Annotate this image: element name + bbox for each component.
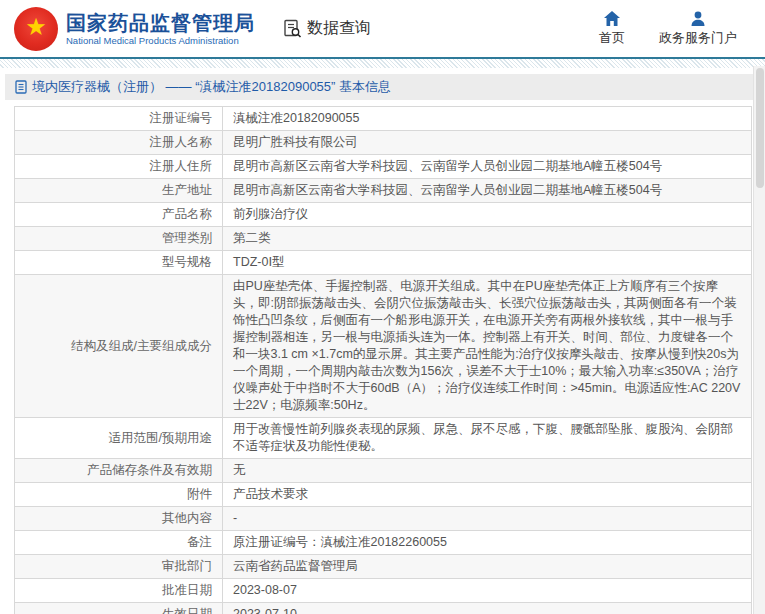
- row-label: 附件: [15, 483, 223, 507]
- table-row: 注册人住所昆明市高新区云南省大学科技园、云南留学人员创业园二期基地A幢五楼504…: [15, 155, 752, 179]
- row-value: 滇械注准20182090055: [223, 107, 752, 131]
- row-value: 昆明市高新区云南省大学科技园、云南留学人员创业园二期基地A幢五楼504号: [223, 179, 752, 203]
- row-label: 注册人名称: [15, 131, 223, 155]
- star-icon: ★: [25, 15, 47, 39]
- row-label: 其他内容: [15, 507, 223, 531]
- table-row: 注册证编号滇械注准20182090055: [15, 107, 752, 131]
- nav-item-gov-portal[interactable]: 政务服务门户: [659, 11, 737, 47]
- row-label: 型号规格: [15, 251, 223, 275]
- nav-portal-label: 政务服务门户: [659, 29, 737, 47]
- row-value: -: [223, 507, 752, 531]
- table-row: 注册人名称昆明广胜科技有限公司: [15, 131, 752, 155]
- registration-info-table: 注册证编号滇械注准20182090055注册人名称昆明广胜科技有限公司注册人住所…: [14, 106, 752, 614]
- row-value: 由PU座垫壳体、手握控制器、电源开关组成。其中在PU座垫壳体正上方顺序有三个按摩…: [223, 275, 752, 418]
- row-label: 注册证编号: [15, 107, 223, 131]
- table-row: 产品储存条件及有效期无: [15, 459, 752, 483]
- scrollbar[interactable]: [753, 66, 765, 614]
- row-value: 2023-08-07: [223, 579, 752, 603]
- header-nav: 首页 政务服务门户: [599, 11, 765, 47]
- row-value: 昆明广胜科技有限公司: [223, 131, 752, 155]
- row-label: 生产地址: [15, 179, 223, 203]
- table-row: 其他内容-: [15, 507, 752, 531]
- table-row: 附件产品技术要求: [15, 483, 752, 507]
- doc-search-icon: [283, 19, 302, 38]
- breadcrumb: 境内医疗器械（注册） —— “滇械注准20182090055” 基本信息: [5, 74, 760, 100]
- table-row: 型号规格TDZ-0Ⅰ型: [15, 251, 752, 275]
- header: ★ 国家药品监督管理局 National Medical Products Ad…: [0, 0, 765, 57]
- table-row: 生效日期2023-07-10: [15, 603, 752, 614]
- user-icon: [690, 11, 706, 26]
- row-value: 2023-07-10: [223, 603, 752, 614]
- row-label: 生效日期: [15, 603, 223, 614]
- table-row: 审批部门云南省药品监督管理局: [15, 555, 752, 579]
- row-label: 管理类别: [15, 227, 223, 251]
- table-row: 管理类别第二类: [15, 227, 752, 251]
- table-row: 生产地址昆明市高新区云南省大学科技园、云南留学人员创业园二期基地A幢五楼504号: [15, 179, 752, 203]
- row-label: 适用范围/预期用途: [15, 418, 223, 459]
- site-logo[interactable]: ★ 国家药品监督管理局 National Medical Products Ad…: [14, 7, 255, 51]
- site-subtitle: National Medical Products Administration: [66, 35, 255, 47]
- row-value: 无: [223, 459, 752, 483]
- row-label: 备注: [15, 531, 223, 555]
- home-icon: [604, 11, 620, 26]
- row-value: 原注册证编号：滇械注准20182260055: [223, 531, 752, 555]
- row-value: 云南省药品监督管理局: [223, 555, 752, 579]
- table-row: 产品名称前列腺治疗仪: [15, 203, 752, 227]
- hatch-pattern-band: [0, 59, 765, 68]
- row-label: 注册人住所: [15, 155, 223, 179]
- nav-home-label: 首页: [599, 29, 625, 47]
- row-value: 产品技术要求: [223, 483, 752, 507]
- main-content: 注册证编号滇械注准20182090055注册人名称昆明广胜科技有限公司注册人住所…: [14, 106, 752, 614]
- row-value: 昆明市高新区云南省大学科技园、云南留学人员创业园二期基地A幢五楼504号: [223, 155, 752, 179]
- row-label: 产品名称: [15, 203, 223, 227]
- table-row: 结构及组成/主要组成成分由PU座垫壳体、手握控制器、电源开关组成。其中在PU座垫…: [15, 275, 752, 418]
- scrollbar-thumb[interactable]: [756, 68, 764, 188]
- table-row: 备注原注册证编号：滇械注准20182260055: [15, 531, 752, 555]
- row-value: 用于改善慢性前列腺炎表现的尿频、尿急、尿不尽感，下腹、腰骶部坠胀、腹股沟、会阴部…: [223, 418, 752, 459]
- table-row: 批准日期2023-08-07: [15, 579, 752, 603]
- data-query-label: 数据查询: [307, 18, 371, 39]
- row-label: 产品储存条件及有效期: [15, 459, 223, 483]
- breadcrumb-text: 境内医疗器械（注册） —— “滇械注准20182090055” 基本信息: [32, 78, 391, 96]
- row-label: 审批部门: [15, 555, 223, 579]
- brand-text: 国家药品监督管理局 National Medical Products Admi…: [66, 11, 255, 47]
- table-row: 适用范围/预期用途用于改善慢性前列腺炎表现的尿频、尿急、尿不尽感，下腹、腰骶部坠…: [15, 418, 752, 459]
- row-value: 前列腺治疗仪: [223, 203, 752, 227]
- data-query-link[interactable]: 数据查询: [283, 18, 371, 39]
- row-value: 第二类: [223, 227, 752, 251]
- row-label: 结构及组成/主要组成成分: [15, 275, 223, 418]
- row-value: TDZ-0Ⅰ型: [223, 251, 752, 275]
- document-icon: [15, 80, 28, 94]
- nav-item-home[interactable]: 首页: [599, 11, 625, 47]
- national-emblem-icon: ★: [14, 7, 58, 51]
- row-label: 批准日期: [15, 579, 223, 603]
- site-title: 国家药品监督管理局: [66, 11, 255, 35]
